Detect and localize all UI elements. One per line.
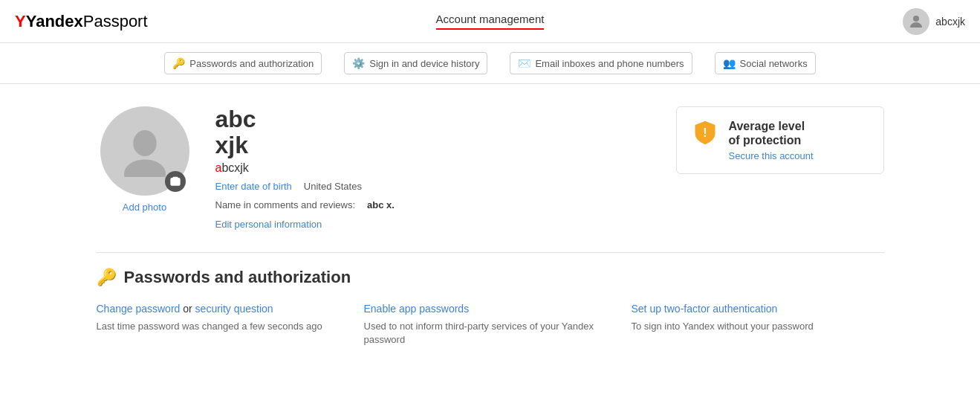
pwd-item-2-desc: To sign into Yandex without your passwor…	[632, 320, 884, 333]
header-username: abcxjk	[935, 16, 965, 28]
pwd-item-0: Change password or security question Las…	[97, 302, 349, 347]
edit-info-wrapper: Edit personal information	[215, 218, 654, 230]
add-photo-link[interactable]: Add photo	[123, 202, 166, 213]
profile-silhouette-icon	[119, 125, 171, 177]
header: YYandex Passport Account management abcx…	[0, 0, 980, 43]
tab-social-label: Social networks	[740, 58, 808, 69]
tab-email-label: Email inboxes and phone numbers	[535, 58, 684, 69]
pwd-item-0-title: Change password or security question	[97, 302, 349, 317]
secure-account-link[interactable]: Secure this account	[729, 150, 814, 161]
profile-info: abc xjk abcxjk Enter date of birth Unite…	[215, 106, 654, 230]
enter-dob-link[interactable]: Enter date of birth	[215, 181, 292, 192]
gear-nav-icon: ⚙️	[352, 57, 365, 69]
header-center: Account management	[436, 13, 545, 30]
pwd-item-1-title: Enable app passwords	[364, 302, 617, 317]
tab-history-label: Sign in and device history	[369, 58, 479, 69]
profile-section: Add photo abc xjk abcxjk Enter date of b…	[97, 106, 884, 230]
tab-history[interactable]: ⚙️ Sign in and device history	[344, 52, 487, 74]
logo-y-letter: Y	[15, 12, 26, 30]
tab-email[interactable]: ✉️ Email inboxes and phone numbers	[510, 52, 692, 74]
comments-value: abc x.	[367, 199, 395, 210]
edit-personal-info-link[interactable]: Edit personal information	[215, 219, 322, 230]
shield-icon: !	[692, 119, 718, 146]
tab-passwords[interactable]: 🔑 Passwords and authorization	[164, 52, 322, 74]
shield-svg: !	[692, 119, 718, 146]
country-label: United States	[304, 181, 362, 192]
user-icon	[907, 13, 925, 30]
profile-avatar	[100, 106, 189, 196]
camera-button[interactable]	[165, 171, 186, 192]
pwd-item-0-desc: Last time password was changed a few sec…	[97, 320, 349, 333]
key-section-icon: 🔑	[97, 268, 117, 287]
section-divider	[97, 252, 884, 253]
pwd-item-0-connector: or	[183, 303, 195, 315]
svg-point-2	[124, 159, 166, 177]
comments-bold: abc	[367, 199, 383, 210]
camera-icon	[169, 176, 181, 187]
user-lastname: xjk	[215, 132, 654, 158]
header-user[interactable]: abcxjk	[903, 8, 965, 35]
tab-social[interactable]: 👥 Social networks	[715, 52, 816, 74]
comments-label: Name in comments and reviews:	[215, 199, 356, 210]
pwd-item-2-title: Set up two-factor authentication	[632, 302, 884, 317]
main-content: Add photo abc xjk abcxjk Enter date of b…	[82, 84, 899, 369]
security-question-link[interactable]: security question	[195, 303, 273, 315]
avatar-wrapper: Add photo	[97, 106, 193, 213]
login-rest: bcxjk	[221, 161, 248, 174]
pwd-item-1-desc: Used to not inform third-party services …	[364, 320, 617, 347]
comments-row: Name in comments and reviews: abc x.	[215, 199, 654, 210]
svg-text:!: !	[703, 126, 707, 139]
protection-text: Average levelof protection Secure this a…	[729, 119, 814, 161]
user-firstname: abc	[215, 106, 654, 132]
comments-rest: x.	[383, 199, 394, 210]
enable-app-passwords-link[interactable]: Enable app passwords	[364, 303, 470, 315]
avatar	[903, 8, 929, 35]
meta-row: Enter date of birth United States	[215, 181, 654, 192]
pwd-item-1: Enable app passwords Used to not inform …	[364, 302, 617, 347]
logo: YYandex Passport	[15, 12, 148, 31]
svg-point-0	[913, 16, 919, 22]
svg-point-1	[133, 130, 157, 156]
passwords-grid: Change password or security question Las…	[97, 302, 884, 347]
nav-tabs: 🔑 Passwords and authorization ⚙️ Sign in…	[0, 43, 980, 84]
social-nav-icon: 👥	[723, 57, 736, 69]
header-title: Account management	[436, 13, 545, 30]
change-password-link[interactable]: Change password	[97, 303, 181, 315]
passwords-section-heading: Passwords and authorization	[124, 268, 351, 287]
passwords-section-title: 🔑 Passwords and authorization	[97, 268, 884, 287]
mail-nav-icon: ✉️	[518, 57, 530, 69]
key-nav-icon: 🔑	[172, 57, 185, 69]
logo-passport: Passport	[83, 12, 148, 31]
protection-box: ! Average levelof protection Secure this…	[676, 106, 884, 174]
two-factor-auth-link[interactable]: Set up two-factor authentication	[632, 303, 778, 315]
pwd-item-2: Set up two-factor authentication To sign…	[632, 302, 884, 347]
tab-passwords-label: Passwords and authorization	[189, 58, 314, 69]
protection-title: Average levelof protection	[729, 119, 814, 147]
user-login: abcxjk	[215, 161, 654, 175]
logo-yandex: YYandex	[15, 12, 83, 31]
